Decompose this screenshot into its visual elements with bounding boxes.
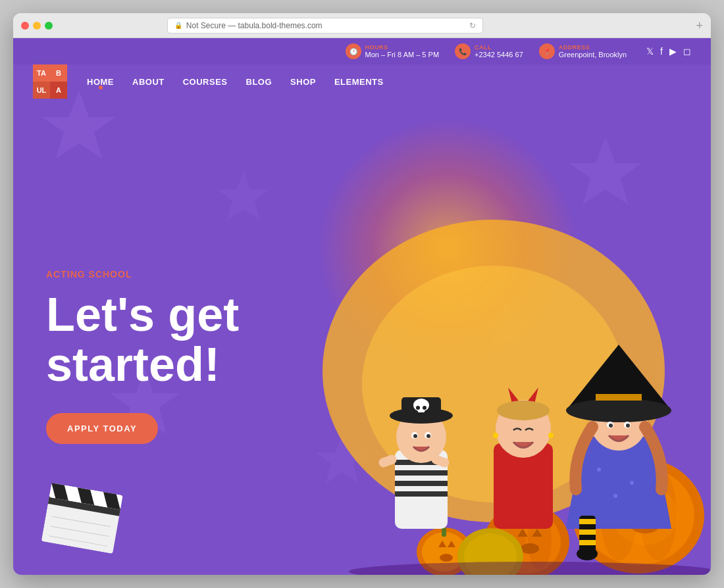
svg-point-66 [577, 547, 598, 560]
svg-rect-33 [395, 481, 448, 486]
address-value: Greenpoint, Brooklyn [559, 51, 627, 59]
nav-links: HOME ABOUT COURSES BLOG SHOP ELEMENTS [87, 76, 384, 87]
twitter-link[interactable]: 𝕏 [646, 46, 654, 57]
svg-point-44 [413, 434, 417, 438]
svg-rect-34 [395, 491, 448, 497]
hero-title-line2: started! [46, 338, 220, 391]
nav-about[interactable]: ABOUT [132, 77, 165, 87]
hours-info: 🕐 HOURS Mon – Fri 8 AM – 5 PM [346, 43, 439, 59]
youtube-link[interactable]: ▶ [669, 46, 677, 57]
svg-point-69 [613, 494, 617, 498]
svg-point-26 [440, 554, 453, 562]
logo-box: TA B UL A [33, 64, 67, 99]
svg-point-60 [626, 424, 630, 428]
svg-rect-63 [579, 529, 596, 535]
top-bar: 🕐 HOURS Mon – Fri 8 AM – 5 PM 📞 CALL +23… [13, 38, 711, 64]
svg-point-40 [423, 406, 427, 410]
social-links: 𝕏 f ▶ ◻ [646, 46, 691, 57]
apply-button[interactable]: APPLY TODAY [46, 413, 158, 444]
logo-ul: UL [33, 82, 50, 99]
phone-icon: 📞 [455, 43, 471, 59]
svg-point-51 [493, 433, 498, 438]
svg-point-52 [548, 433, 554, 438]
clock-icon: 🕐 [346, 43, 361, 59]
address-info: 📍 ADDRESS Greenpoint, Brooklyn [539, 43, 627, 59]
svg-point-55 [566, 399, 671, 422]
svg-point-67 [597, 468, 601, 472]
svg-rect-32 [395, 470, 448, 476]
svg-point-59 [609, 424, 613, 428]
location-icon: 📍 [539, 43, 555, 59]
svg-rect-56 [596, 394, 642, 401]
contact-info: 🕐 HOURS Mon – Fri 8 AM – 5 PM 📞 CALL +23… [346, 43, 627, 59]
minimize-button[interactable] [33, 22, 41, 30]
logo-b: B [50, 64, 67, 82]
svg-point-39 [416, 406, 420, 410]
clapboard [41, 479, 130, 554]
svg-point-20 [521, 543, 539, 554]
svg-point-68 [630, 481, 634, 485]
reload-icon[interactable]: ↻ [469, 21, 476, 30]
site-header: 🕐 HOURS Mon – Fri 8 AM – 5 PM 📞 CALL +23… [13, 38, 711, 99]
svg-rect-64 [579, 540, 596, 545]
instagram-link[interactable]: ◻ [683, 46, 691, 57]
new-tab-button[interactable]: + [696, 20, 703, 32]
logo-a: A [50, 82, 67, 99]
nav-courses[interactable]: COURSES [183, 77, 228, 87]
address-label: ADDRESS [559, 44, 627, 51]
call-label: CALL [475, 44, 523, 51]
hours-value: Mon – Fri 8 AM – 5 PM [365, 51, 439, 59]
nav-shop[interactable]: SHOP [290, 77, 316, 87]
svg-point-50 [497, 401, 550, 420]
lock-icon: 🔒 [174, 22, 182, 29]
address-bar[interactable]: 🔒 Not Secure — tabula.bold-themes.com ↻ [167, 18, 483, 34]
browser-titlebar: 🔒 Not Secure — tabula.bold-themes.com ↻ … [13, 13, 711, 38]
hero-title-line1: Let's get [46, 288, 239, 341]
close-button[interactable] [21, 22, 29, 30]
window-controls [21, 22, 53, 30]
call-info: 📞 CALL +2342 5446 67 [455, 43, 523, 59]
facebook-link[interactable]: f [660, 46, 663, 57]
svg-rect-23 [442, 527, 446, 537]
svg-rect-41 [418, 410, 425, 412]
browser-window: 🔒 Not Secure — tabula.bold-themes.com ↻ … [13, 13, 711, 575]
nav-elements[interactable]: ELEMENTS [334, 77, 384, 87]
maximize-button[interactable] [45, 22, 53, 30]
children-scene [250, 193, 711, 575]
url-text: Not Secure — tabula.bold-themes.com [186, 21, 323, 30]
website-content: 🕐 HOURS Mon – Fri 8 AM – 5 PM 📞 CALL +23… [13, 38, 711, 575]
nav-blog[interactable]: BLOG [246, 77, 272, 87]
hours-label: HOURS [365, 44, 439, 51]
logo-ta: TA [33, 64, 50, 82]
call-value: +2342 5446 67 [475, 51, 523, 59]
nav-bar: TA B UL A HOME ABOUT COURSES BLOG SHOP E… [13, 64, 711, 99]
svg-rect-62 [579, 519, 596, 524]
svg-point-45 [427, 434, 430, 438]
nav-home[interactable]: HOME [87, 77, 114, 87]
site-logo[interactable]: TA B UL A [33, 64, 67, 99]
